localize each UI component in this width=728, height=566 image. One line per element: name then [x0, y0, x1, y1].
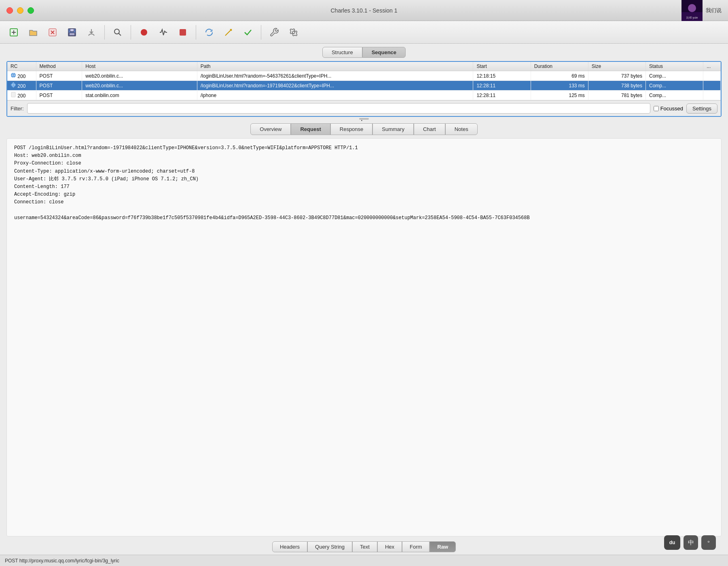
svg-text:比邻 yule: 比邻 yule — [686, 16, 698, 19]
cell-size: 737 bytes — [588, 71, 645, 81]
cell-method: POST — [36, 91, 82, 100]
cell-more — [703, 71, 721, 81]
cell-rc: 200 — [7, 71, 36, 81]
new-session-button[interactable] — [5, 23, 23, 41]
tab-chart[interactable]: Chart — [414, 123, 445, 135]
tab-form[interactable]: Form — [402, 541, 430, 552]
window-controls[interactable] — [6, 7, 34, 14]
col-header-status[interactable]: Status — [646, 62, 703, 71]
degree-button[interactable]: ° — [701, 535, 716, 550]
tab-sequence[interactable]: Sequence — [362, 47, 406, 58]
svg-rect-11 — [70, 29, 74, 32]
tab-raw[interactable]: Raw — [430, 541, 456, 552]
titlebar-right: 比邻 yule 我们说 — [681, 0, 722, 21]
tab-overview[interactable]: Overview — [250, 123, 291, 135]
cell-path: /loginBiLinUser.html?random=-546376261&c… — [197, 71, 473, 81]
svg-point-15 — [141, 29, 147, 36]
tab-query-string[interactable]: Query String — [307, 541, 352, 552]
stop-button[interactable] — [174, 23, 192, 41]
cell-rc: 200 — [7, 91, 36, 100]
table-header-row: RC Method Host Path Start Duration Size … — [7, 62, 721, 71]
focussed-checkbox[interactable] — [654, 106, 659, 111]
tab-request[interactable]: Request — [291, 123, 330, 135]
col-header-host[interactable]: Host — [82, 62, 197, 71]
status-text: POST http://proxy.music.qq.com/lyric/fcg… — [5, 558, 119, 564]
tab-headers[interactable]: Headers — [272, 541, 307, 552]
tools-button[interactable] — [265, 23, 283, 41]
record-button[interactable] — [135, 23, 153, 41]
close-window-button[interactable] — [6, 7, 13, 14]
titlebar: Charles 3.10.1 - Session 1 比邻 yule 我们说 — [0, 0, 728, 21]
edit-button[interactable] — [220, 23, 237, 41]
svg-rect-20 — [11, 92, 15, 97]
toolbar-separator-2 — [131, 25, 131, 40]
tab-response[interactable]: Response — [330, 123, 373, 135]
focussed-checkbox-wrap: Focussed — [654, 106, 683, 112]
cell-status: Comp... — [646, 81, 703, 91]
svg-line-14 — [119, 33, 121, 36]
du-button[interactable]: du — [664, 535, 680, 550]
chinese-button[interactable]: 中 — [684, 535, 698, 550]
col-header-start[interactable]: Start — [473, 62, 531, 71]
cell-size: 738 bytes — [588, 81, 645, 91]
main-panel: RC Method Host Path Start Duration Size … — [0, 61, 728, 555]
settings-button-filter[interactable]: Settings — [686, 103, 717, 114]
request-text: POST /loginBiLinUser.html?random=-197198… — [14, 144, 714, 222]
tab-hex[interactable]: Hex — [377, 541, 402, 552]
toolbar — [0, 21, 728, 44]
cell-path: /iphone — [197, 91, 473, 100]
col-header-size[interactable]: Size — [588, 62, 645, 71]
col-header-rc[interactable]: RC — [7, 62, 36, 71]
table-row[interactable]: 200 POST web20.onbilin.c... /loginBiLinU… — [7, 71, 721, 81]
titlebar-right-text: 我们说 — [706, 7, 722, 14]
toolbar-separator-1 — [104, 25, 105, 40]
tab-notes[interactable]: Notes — [445, 123, 478, 135]
svg-rect-16 — [180, 29, 186, 36]
cell-host: stat.onbilin.com — [82, 91, 197, 100]
tab-summary[interactable]: Summary — [372, 123, 414, 135]
filter-input[interactable] — [27, 103, 650, 114]
import-button[interactable] — [83, 23, 100, 41]
col-header-more[interactable]: ... — [703, 62, 721, 71]
check-button[interactable] — [239, 23, 257, 41]
save-button[interactable] — [63, 23, 81, 41]
cell-host: web20.onbilin.c... — [82, 81, 197, 91]
col-header-duration[interactable]: Duration — [531, 62, 588, 71]
svg-point-17 — [292, 31, 295, 34]
status-bar: POST http://proxy.music.qq.com/lyric/fcg… — [0, 555, 728, 566]
view-tabs: Structure Sequence — [0, 44, 728, 61]
request-table-container: RC Method Host Path Start Duration Size … — [6, 61, 722, 117]
open-button[interactable] — [24, 23, 42, 41]
cell-path: /loginBiLinUser.html?random=-1971984022&… — [197, 81, 473, 91]
toolbar-separator-3 — [196, 25, 196, 40]
bottom-tabs: Headers Query String Text Hex Form Raw — [6, 540, 722, 555]
col-header-path[interactable]: Path — [197, 62, 473, 71]
svg-point-13 — [114, 29, 119, 34]
cell-method: POST — [36, 71, 82, 81]
avatar: 比邻 yule — [681, 0, 703, 21]
resize-handle[interactable]: ▲ — [6, 117, 722, 121]
col-header-method[interactable]: Method — [36, 62, 82, 71]
bottom-overlay: du 中 ° — [664, 535, 716, 550]
throttle-button[interactable] — [154, 23, 172, 41]
cell-start: 12:28:11 — [473, 91, 531, 100]
toolbar-separator-4 — [261, 25, 261, 40]
minimize-window-button[interactable] — [17, 7, 23, 14]
maximize-window-button[interactable] — [28, 7, 34, 14]
resize-indicator: ▲ — [359, 118, 369, 120]
tab-text[interactable]: Text — [352, 541, 377, 552]
tab-structure[interactable]: Structure — [322, 47, 362, 58]
cell-start: 12:18:15 — [473, 71, 531, 81]
settings-button[interactable] — [285, 23, 303, 41]
svg-point-1 — [688, 4, 696, 12]
close-button[interactable] — [44, 23, 61, 41]
table-row[interactable]: 200 POST stat.onbilin.com /iphone 12:28:… — [7, 91, 721, 100]
cell-duration: 125 ms — [531, 91, 588, 100]
cell-size: 781 bytes — [588, 91, 645, 100]
table-row[interactable]: 200 POST web20.onbilin.c... /loginBiLinU… — [7, 81, 721, 91]
refresh-button[interactable] — [200, 23, 218, 41]
find-button[interactable] — [109, 23, 127, 41]
detail-panel: Overview Request Response Summary Chart … — [6, 121, 722, 555]
detail-tabs: Overview Request Response Summary Chart … — [6, 121, 722, 135]
svg-rect-12 — [69, 33, 75, 36]
